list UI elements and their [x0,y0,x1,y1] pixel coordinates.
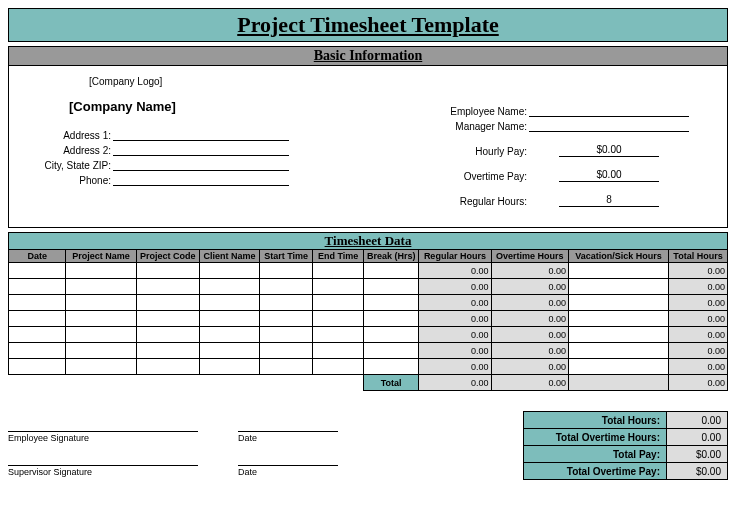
data-cell[interactable] [9,327,66,343]
data-cell[interactable] [364,311,419,327]
vacation-cell[interactable] [568,263,668,279]
employee-signature-line[interactable]: Employee Signature [8,431,198,443]
col-project-code: Project Code [136,250,199,263]
data-cell[interactable] [260,327,313,343]
summary-table: Total Hours:0.00 Total Overtime Hours:0.… [523,411,728,480]
data-cell[interactable] [66,279,136,295]
total-overtime-pay-label: Total Overtime Pay: [524,463,667,480]
overtime-hours-cell: 0.00 [491,279,568,295]
total-overtime-hours-label: Total Overtime Hours: [524,429,667,446]
data-cell[interactable] [313,295,364,311]
data-cell[interactable] [9,359,66,375]
phone-input[interactable] [113,173,289,186]
vacation-cell[interactable] [568,311,668,327]
regular-hours-cell: 0.00 [419,311,491,327]
table-row: 0.000.000.00 [9,263,728,279]
regular-hours-label: Regular Hours: [427,196,529,207]
data-cell[interactable] [260,343,313,359]
data-cell[interactable] [136,263,199,279]
data-cell[interactable] [66,295,136,311]
regular-hours-value[interactable]: 8 [559,194,659,207]
data-cell[interactable] [260,295,313,311]
data-cell[interactable] [313,327,364,343]
data-cell[interactable] [136,359,199,375]
data-cell[interactable] [136,327,199,343]
data-cell[interactable] [260,263,313,279]
data-cell[interactable] [260,359,313,375]
data-cell[interactable] [199,359,260,375]
vacation-cell[interactable] [568,327,668,343]
vacation-cell[interactable] [568,359,668,375]
data-cell[interactable] [136,343,199,359]
manager-name-input[interactable] [529,119,689,132]
vacation-cell[interactable] [568,279,668,295]
col-start-time: Start Time [260,250,313,263]
total-pay-value: $0.00 [667,446,728,463]
col-break-hrs: Break (Hrs) [364,250,419,263]
data-cell[interactable] [136,295,199,311]
overtime-pay-value[interactable]: $0.00 [559,169,659,182]
data-cell[interactable] [364,327,419,343]
col-overtime-hours: Overtime Hours [491,250,568,263]
vacation-cell[interactable] [568,295,668,311]
data-cell[interactable] [199,263,260,279]
data-cell[interactable] [66,263,136,279]
regular-hours-cell: 0.00 [419,263,491,279]
data-cell[interactable] [364,343,419,359]
data-cell[interactable] [313,279,364,295]
employee-signature-date[interactable]: Date [238,431,338,443]
overtime-hours-cell: 0.00 [491,311,568,327]
data-cell[interactable] [136,311,199,327]
address1-label: Address 1: [29,130,113,141]
data-cell[interactable] [199,295,260,311]
col-date: Date [9,250,66,263]
table-row: 0.000.000.00 [9,279,728,295]
regular-hours-cell: 0.00 [419,343,491,359]
total-hours-cell: 0.00 [669,279,728,295]
data-cell[interactable] [364,279,419,295]
data-cell[interactable] [136,279,199,295]
supervisor-signature-line[interactable]: Supervisor Signature [8,465,198,477]
data-cell[interactable] [9,279,66,295]
employee-name-input[interactable] [529,104,689,117]
data-cell[interactable] [9,343,66,359]
hourly-pay-value[interactable]: $0.00 [559,144,659,157]
data-cell[interactable] [364,295,419,311]
data-cell[interactable] [9,295,66,311]
supervisor-signature-date[interactable]: Date [238,465,338,477]
overtime-hours-cell: 0.00 [491,359,568,375]
data-cell[interactable] [66,343,136,359]
data-cell[interactable] [364,359,419,375]
data-cell[interactable] [199,343,260,359]
address1-input[interactable] [113,128,289,141]
data-cell[interactable] [66,359,136,375]
table-row: 0.000.000.00 [9,327,728,343]
basic-info-header: Basic Information [8,46,728,66]
data-cell[interactable] [66,327,136,343]
address2-input[interactable] [113,143,289,156]
total-hours-cell: 0.00 [669,295,728,311]
data-cell[interactable] [313,263,364,279]
data-cell[interactable] [66,311,136,327]
data-cell[interactable] [199,279,260,295]
vacation-cell[interactable] [568,343,668,359]
data-cell[interactable] [199,311,260,327]
city-state-zip-input[interactable] [113,158,289,171]
total-label: Total [364,375,419,391]
data-cell[interactable] [9,311,66,327]
data-cell[interactable] [260,311,313,327]
regular-hours-cell: 0.00 [419,359,491,375]
data-cell[interactable] [260,279,313,295]
data-cell[interactable] [313,359,364,375]
data-cell[interactable] [313,311,364,327]
manager-name-label: Manager Name: [427,121,529,132]
data-cell[interactable] [313,343,364,359]
col-vacation-sick: Vacation/Sick Hours [568,250,668,263]
data-cell[interactable] [199,327,260,343]
total-overtime: 0.00 [491,375,568,391]
basic-info-section: [Company Logo] [Company Name] Address 1:… [8,66,728,228]
data-cell[interactable] [364,263,419,279]
overtime-hours-cell: 0.00 [491,343,568,359]
total-overtime-hours-value: 0.00 [667,429,728,446]
data-cell[interactable] [9,263,66,279]
